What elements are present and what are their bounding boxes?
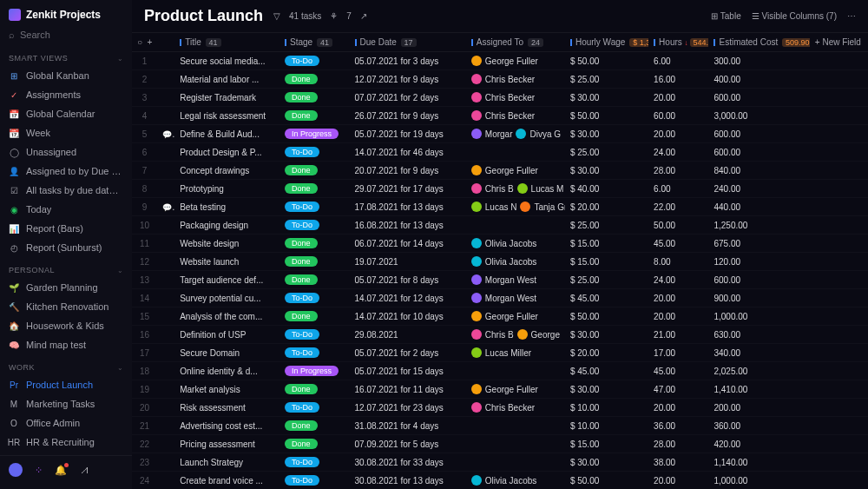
stage-cell[interactable]: Done [279, 180, 350, 198]
due-cell[interactable]: 29.08.2021 [350, 326, 466, 344]
wage-cell[interactable]: $ 25.00 [565, 216, 648, 235]
table-row[interactable]: 23 Launch Strategy To-Do 30.08.2021 for … [132, 453, 868, 472]
table-row[interactable]: 2 Material and labor ... Done 12.07.2021… [132, 70, 868, 89]
table-row[interactable]: 17 Secure Domain To-Do 05.07.2021 for 2 … [132, 344, 868, 362]
table-scroll[interactable]: ○ + Title 41 Stage 41 Due Date 17 Assign… [132, 33, 868, 489]
table-row[interactable]: 5 💬2 Define & Build Aud... In Progress 0… [132, 125, 868, 143]
sidebar-item[interactable]: 🧠Mind map test [0, 335, 132, 354]
hours-cell[interactable]: 24.00 [648, 143, 708, 162]
due-cell[interactable]: 05.07.2021 for 3 days [350, 52, 466, 70]
sidebar-item[interactable]: 📊Report (Bars) [0, 219, 132, 238]
table-row[interactable]: 8 Prototyping Done 29.07.2021 for 17 day… [132, 180, 868, 198]
more-icon[interactable]: ⋯ [847, 11, 856, 21]
stage-cell[interactable]: Done [279, 107, 350, 125]
app-logo[interactable]: Zenkit Projects [0, 5, 132, 24]
due-cell[interactable]: 12.07.2021 for 9 days [350, 70, 466, 89]
stage-cell[interactable]: Done [279, 271, 350, 289]
sidebar-item[interactable]: HRHR & Recruiting [0, 433, 132, 452]
title-cell[interactable]: Secure Domain [174, 344, 279, 362]
cost-cell[interactable]: 240.00 [708, 180, 809, 198]
sidebar-item[interactable]: ◯Unassigned [0, 142, 132, 162]
wage-cell[interactable]: $ 15.00 [565, 253, 648, 271]
cost-cell[interactable]: 675.00 [708, 235, 809, 253]
assign-cell[interactable]: Olivia Jacobs [466, 472, 565, 490]
stage-cell[interactable]: To-Do [279, 289, 350, 307]
hours-cell[interactable]: 28.00 [648, 435, 708, 453]
wage-cell[interactable]: $ 50.00 [565, 307, 648, 326]
visible-columns[interactable]: ☰ Visible Columns (7) [752, 11, 837, 21]
table-row[interactable]: 3 Register Trademark Done 07.07.2021 for… [132, 89, 868, 107]
due-cell[interactable]: 14.07.2021 for 10 days [350, 307, 466, 326]
sidebar-item[interactable]: 📆Week [0, 123, 132, 142]
cost-cell[interactable]: 1,000.00 [708, 472, 809, 490]
table-row[interactable]: 10 Packaging design To-Do 16.08.2021 for… [132, 216, 868, 235]
wage-cell[interactable]: $ 25.00 [565, 271, 648, 289]
cost-cell[interactable]: 600.00 [708, 271, 809, 289]
wage-cell[interactable]: $ 30.00 [565, 453, 648, 472]
table-row[interactable]: 20 Risk assessment To-Do 12.07.2021 for … [132, 399, 868, 417]
wage-cell[interactable]: $ 45.00 [565, 362, 648, 380]
stage-cell[interactable]: Done [279, 162, 350, 180]
wage-cell[interactable]: $ 20.00 [565, 344, 648, 362]
hours-cell[interactable]: 36.00 [648, 417, 708, 435]
title-cell[interactable]: Online identity & d... [174, 362, 279, 380]
team-icon[interactable]: ⚘ [330, 11, 338, 21]
due-cell[interactable]: 05.07.2021 for 8 days [350, 271, 466, 289]
wage-cell[interactable]: $ 10.00 [565, 399, 648, 417]
assign-cell[interactable]: Lucas Miller [466, 344, 565, 362]
due-cell[interactable]: 26.07.2021 for 9 days [350, 107, 466, 125]
sidebar-item[interactable]: ☑All tasks by due date w/o completed [0, 181, 132, 200]
due-cell[interactable]: 05.07.2021 for 2 days [350, 344, 466, 362]
stage-cell[interactable]: To-Do [279, 143, 350, 162]
hours-cell[interactable]: 20.00 [648, 472, 708, 490]
cost-cell[interactable]: 200.00 [708, 399, 809, 417]
sidebar-item[interactable]: 🌱Garden Planning [0, 278, 132, 297]
title-cell[interactable]: Material and labor ... [174, 70, 279, 89]
hours-cell[interactable]: 21.00 [648, 326, 708, 344]
due-cell[interactable]: 30.08.2021 for 13 days [350, 472, 466, 490]
table-row[interactable]: 19 Market analysis Done 16.07.2021 for 1… [132, 380, 868, 399]
wage-cell[interactable]: $ 15.00 [565, 235, 648, 253]
notifications-icon[interactable]: 🔔 [55, 465, 67, 476]
sidebar-item[interactable]: ✓Assignments [0, 85, 132, 104]
sidebar-item[interactable]: 📅Global Calendar [0, 104, 132, 123]
assign-cell[interactable]: Olivia Jacobs [466, 253, 565, 271]
stage-cell[interactable]: Done [279, 235, 350, 253]
search-input[interactable]: ⌕ Search [0, 24, 132, 45]
hours-cell[interactable]: 45.00 [648, 235, 708, 253]
cost-cell[interactable]: 2,025.00 [708, 362, 809, 380]
sidebar-item[interactable]: MMarketing Tasks [0, 394, 132, 413]
wage-cell[interactable]: $ 30.00 [565, 125, 648, 143]
activity-icon[interactable]: ⩘ [79, 465, 89, 475]
cost-cell[interactable]: 600.00 [708, 125, 809, 143]
due-cell[interactable]: 07.07.2021 for 2 days [350, 89, 466, 107]
hours-cell[interactable]: 6.00 [648, 180, 708, 198]
hours-cell[interactable]: 20.00 [648, 307, 708, 326]
assign-cell[interactable]: George Fuller [466, 380, 565, 399]
sidebar-item[interactable]: ◴Report (Sunburst) [0, 238, 132, 257]
sidebar-item[interactable]: PrProduct Launch [0, 375, 132, 394]
assign-cell[interactable]: Olivia Jacobs [466, 235, 565, 253]
hours-cell[interactable]: 38.00 [648, 453, 708, 472]
stage-cell[interactable]: Done [279, 89, 350, 107]
wage-cell[interactable]: $ 15.00 [565, 435, 648, 453]
sidebar-item[interactable]: 🔨Kitchen Renovation [0, 297, 132, 316]
comment-icon[interactable]: 💬2 [162, 130, 174, 139]
title-cell[interactable]: Launch Strategy [174, 453, 279, 472]
assign-cell[interactable] [466, 143, 565, 162]
due-cell[interactable]: 19.07.2021 [350, 253, 466, 271]
chevron-down-icon[interactable]: ⌄ [117, 267, 124, 274]
hours-cell[interactable]: 22.00 [648, 198, 708, 216]
wage-cell[interactable]: $ 30.00 [565, 380, 648, 399]
wage-cell[interactable]: $ 10.00 [565, 417, 648, 435]
due-cell[interactable]: 14.07.2021 for 46 days [350, 143, 466, 162]
title-cell[interactable]: Register Trademark [174, 89, 279, 107]
title-cell[interactable]: Definition of USP [174, 326, 279, 344]
due-cell[interactable]: 31.08.2021 for 4 days [350, 417, 466, 435]
assign-cell[interactable] [466, 453, 565, 472]
stage-cell[interactable]: Done [279, 253, 350, 271]
due-cell[interactable]: 12.07.2021 for 23 days [350, 399, 466, 417]
assign-cell[interactable]: George Fuller [466, 162, 565, 180]
col-stage[interactable]: Stage 41 [279, 33, 350, 52]
hours-cell[interactable]: 60.00 [648, 107, 708, 125]
